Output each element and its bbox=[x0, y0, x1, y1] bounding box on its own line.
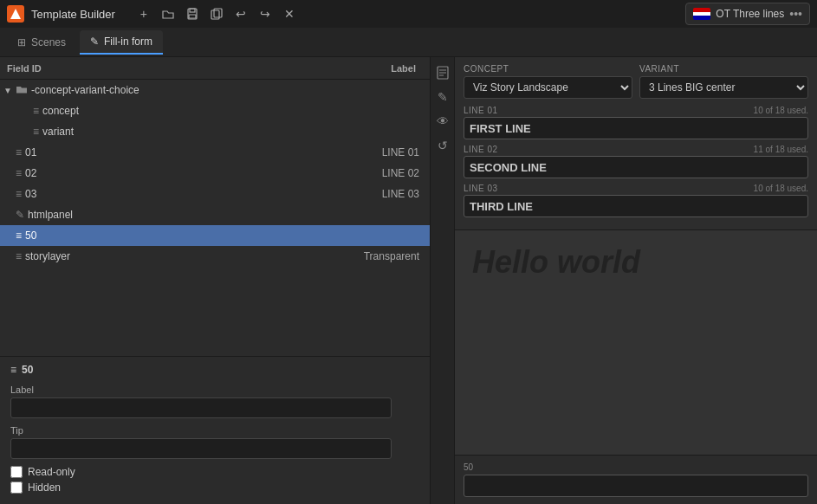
line-02-header: LINE 02 11 of 18 used. bbox=[464, 145, 808, 154]
line-01-name: LINE 01 bbox=[464, 106, 498, 115]
tree-item-01[interactable]: ≡ 01 LINE 01 bbox=[0, 142, 430, 163]
line-03-header: LINE 03 10 of 18 used. bbox=[464, 184, 808, 193]
title-bar: Template Builder + ↩ ↪ ✕ OT Three lines … bbox=[0, 0, 817, 28]
side-icon-eye[interactable]: 👁 bbox=[432, 111, 453, 132]
line-02-name: LINE 02 bbox=[464, 145, 498, 154]
save-button[interactable] bbox=[183, 4, 202, 23]
readonly-row: Read-only bbox=[10, 466, 419, 478]
side-icon-edit[interactable]: ✎ bbox=[432, 87, 453, 107]
line-01-group: LINE 01 10 of 18 used. bbox=[464, 106, 808, 139]
main-content: Field ID Label ▼ -concept-variant-choice… bbox=[0, 57, 817, 504]
lines-icon-storylayer: ≡ bbox=[16, 250, 22, 262]
no-expand-03 bbox=[3, 190, 16, 199]
tree-item-03[interactable]: ≡ 03 LINE 03 bbox=[0, 184, 430, 204]
tree-item-02-value: LINE 02 bbox=[322, 167, 426, 179]
line-03-input[interactable] bbox=[464, 195, 808, 217]
hidden-row: Hidden bbox=[10, 481, 419, 494]
line-02-input[interactable] bbox=[464, 156, 808, 178]
tree-item-50-label: 50 bbox=[25, 229, 322, 242]
line-03-name: LINE 03 bbox=[464, 184, 498, 193]
concept-label: Concept bbox=[464, 64, 632, 74]
svg-rect-2 bbox=[190, 9, 195, 12]
preview-area: Hello world bbox=[455, 230, 817, 455]
prop-title: ≡ 50 bbox=[10, 364, 419, 376]
prop-title-label: 50 bbox=[22, 364, 33, 376]
new-button[interactable]: + bbox=[134, 4, 153, 23]
title-bar-right: OT Three lines ••• bbox=[685, 3, 810, 25]
close-button[interactable]: ✕ bbox=[280, 4, 299, 23]
lines-icon-variant: ≡ bbox=[33, 126, 39, 138]
tree-item-storylayer[interactable]: ≡ storylayer Transparent bbox=[0, 246, 430, 267]
line-02-used: 11 of 18 used. bbox=[754, 145, 808, 154]
tree-area[interactable]: ▼ -concept-variant-choice ≡ concept ≡ bbox=[0, 80, 430, 356]
no-expand-01 bbox=[3, 148, 16, 158]
right-panel: Concept Viz Story Landscape Variant 3 Li… bbox=[455, 57, 817, 504]
tab-fill-in-form-label: Fill-in form bbox=[104, 36, 152, 48]
svg-marker-0 bbox=[10, 9, 21, 19]
no-expand-storylayer bbox=[3, 252, 16, 262]
table-header: Field ID Label bbox=[0, 57, 430, 80]
no-expand bbox=[3, 107, 16, 116]
tree-item-concept-variant[interactable]: ▼ -concept-variant-choice bbox=[0, 80, 430, 100]
ot-menu-button[interactable]: ••• bbox=[789, 7, 802, 21]
col-label: Label bbox=[319, 63, 423, 74]
tree-item-50[interactable]: ≡ 50 bbox=[0, 225, 430, 246]
variant-label: Variant bbox=[639, 64, 808, 74]
tab-scenes-label: Scenes bbox=[31, 36, 66, 48]
app-title: Template Builder bbox=[31, 8, 115, 21]
tree-item-concept-variant-label: -concept-variant-choice bbox=[31, 84, 322, 96]
tip-prop-row: Tip bbox=[10, 425, 419, 459]
lines-icon-concept: ≡ bbox=[33, 105, 39, 117]
pencil-icon-htmlpanel: ✎ bbox=[16, 209, 24, 221]
tip-prop-input[interactable] bbox=[10, 438, 392, 459]
readonly-label: Read-only bbox=[28, 466, 75, 478]
tab-fill-in-form[interactable]: ✎ Fill-in form bbox=[80, 30, 163, 55]
variant-select[interactable]: 3 Lines BIG center bbox=[639, 76, 808, 99]
tip-prop-label: Tip bbox=[10, 425, 419, 436]
tree-item-htmlpanel[interactable]: ✎ htmlpanel bbox=[0, 204, 430, 225]
copy-button[interactable] bbox=[207, 4, 226, 23]
tree-item-storylayer-label: storylayer bbox=[25, 250, 322, 262]
line-03-used: 10 of 18 used. bbox=[754, 184, 808, 193]
tree-item-variant-label: variant bbox=[42, 126, 322, 138]
side-icon-refresh[interactable]: ↺ bbox=[432, 135, 453, 156]
lines-icon-50: ≡ bbox=[16, 229, 22, 242]
properties-panel: ≡ 50 Label Tip Read-only Hidden bbox=[0, 356, 430, 504]
tree-item-03-label: 03 bbox=[25, 188, 322, 200]
expand-icon: ▼ bbox=[3, 86, 16, 95]
tree-item-01-label: 01 bbox=[25, 146, 322, 158]
preview-field-50-input[interactable] bbox=[464, 475, 808, 497]
lines-icon-03: ≡ bbox=[16, 188, 22, 200]
col-field-id: Field ID bbox=[7, 63, 319, 74]
tree-item-01-value: LINE 01 bbox=[322, 146, 426, 158]
tree-item-variant[interactable]: ≡ variant bbox=[0, 121, 430, 142]
line-01-header: LINE 01 10 of 18 used. bbox=[464, 106, 808, 115]
side-icon-page[interactable] bbox=[432, 62, 453, 83]
label-prop-input[interactable] bbox=[10, 397, 392, 418]
cv-row: Concept Viz Story Landscape Variant 3 Li… bbox=[464, 64, 808, 99]
concept-group: Concept Viz Story Landscape bbox=[464, 64, 632, 99]
right-top: Concept Viz Story Landscape Variant 3 Li… bbox=[455, 57, 817, 230]
tree-item-concept[interactable]: ≡ concept bbox=[0, 100, 430, 121]
app-logo bbox=[7, 5, 24, 23]
line-01-used: 10 of 18 used. bbox=[754, 106, 808, 115]
label-prop-row: Label bbox=[10, 384, 419, 418]
scenes-tab-icon: ⊞ bbox=[17, 36, 26, 48]
readonly-checkbox[interactable] bbox=[10, 466, 23, 478]
tree-item-storylayer-value: Transparent bbox=[322, 250, 426, 262]
concept-select[interactable]: Viz Story Landscape bbox=[464, 76, 632, 99]
open-button[interactable] bbox=[159, 4, 178, 23]
tab-scenes[interactable]: ⊞ Scenes bbox=[7, 30, 76, 55]
redo-button[interactable]: ↪ bbox=[256, 4, 275, 23]
undo-button[interactable]: ↩ bbox=[231, 4, 250, 23]
label-prop-label: Label bbox=[10, 384, 419, 395]
line-03-group: LINE 03 10 of 18 used. bbox=[464, 184, 808, 217]
no-expand-50 bbox=[3, 231, 16, 241]
line-02-group: LINE 02 11 of 18 used. bbox=[464, 145, 808, 178]
hidden-checkbox[interactable] bbox=[10, 481, 23, 494]
line-01-input[interactable] bbox=[464, 117, 808, 139]
tree-item-02[interactable]: ≡ 02 LINE 02 bbox=[0, 163, 430, 184]
folder-icon bbox=[16, 84, 28, 97]
title-bar-icons: + ↩ ↪ ✕ bbox=[134, 4, 299, 23]
fill-in-form-tab-icon: ✎ bbox=[90, 36, 99, 48]
